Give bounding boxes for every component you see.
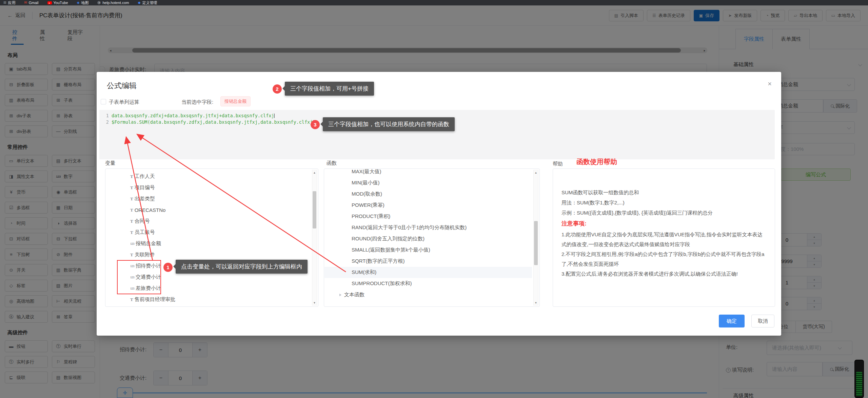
function-group-text[interactable]: 文本函数 <box>324 289 532 300</box>
help-note: 3.配置完公式后,请务必在浏览器开发者模式进行多次调试,以确保公式语法正确! <box>561 269 766 279</box>
gmail-icon: ✉ <box>24 1 27 4</box>
variable-item[interactable]: T售前项目经理审批 <box>105 294 311 305</box>
close-icon[interactable]: × <box>768 80 772 88</box>
scrollbar-thumb[interactable] <box>313 191 316 228</box>
youtube-icon: ▸ <box>47 1 52 4</box>
code-line: 2$Formulas.SUM(data.bxsqsnfy.zdfxj,data.… <box>102 119 775 125</box>
variable-item[interactable]: 123招待费小计 <box>105 260 311 272</box>
bookmark-definition-mgmt[interactable]: ◆定义管理 <box>138 1 157 5</box>
bookmark-help-site[interactable]: ?help.hotent.com <box>97 1 129 5</box>
browser-bookmarks-bar: ⊞应用 ✉Gmail ▸YouTube ◈地图 ?help.hotent.com… <box>0 0 868 5</box>
functions-panel-title: 函数 <box>327 160 337 166</box>
scroll-down-icon[interactable]: ▼ <box>534 300 538 305</box>
function-item-mod[interactable]: MOD(取余数) <box>324 188 532 200</box>
help-line: SUM函数可以获取一组数值的总和 <box>561 187 766 198</box>
variable-item[interactable]: 123差旅费小计 <box>105 283 311 294</box>
functions-scrollbar[interactable]: ▲▼ <box>533 170 538 305</box>
cancel-button[interactable]: 取消 <box>751 315 774 327</box>
formula-editor-dialog: 公式编辑 × 子表单列运算 当前选中字段: 报销总金额 1data.bxsqsn… <box>97 72 781 336</box>
bookmark-youtube[interactable]: ▸YouTube <box>47 1 68 5</box>
subform-column-checkbox-label: 子表单列运算 <box>109 99 139 105</box>
current-field-label: 当前选中字段: <box>181 99 213 105</box>
current-field-tag: 报销总金额 <box>220 96 251 106</box>
help-note: 2.不可字段之间互相引用,例:字段a的公式中包含了字段b,字段b的公式中就不可再… <box>561 249 766 269</box>
scroll-up-icon[interactable]: ▲ <box>534 170 538 175</box>
bookmark-gmail[interactable]: ✉Gmail <box>24 1 38 5</box>
dialog-title: 公式编辑 <box>107 81 137 91</box>
variable-item[interactable]: T关联附件 <box>105 249 311 260</box>
formula-code-editor[interactable]: 1data.bxsqsnfy.zdfxj+data.bxsqsnfy.jtfxj… <box>99 110 775 159</box>
variable-item[interactable]: T项目编号 <box>105 182 311 193</box>
variables-list: T工作人天 T项目编号 T出差类型 TORECASTNo T合同号 T员工账号 … <box>105 168 318 307</box>
variables-scrollbar[interactable]: ▲▼ <box>312 170 317 305</box>
variables-panel-title: 变量 <box>105 160 115 166</box>
variable-item[interactable]: T合同号 <box>105 216 311 227</box>
help-line: 用法：SUM(数字1,数字2,...) <box>561 198 766 208</box>
help-panel-title: 帮助 <box>553 161 563 167</box>
variable-item[interactable]: T出差类型 <box>105 193 311 204</box>
text-cursor <box>274 114 275 118</box>
functions-list: MAX(最大值) MIN(最小值) MOD(取余数) POWER(乘幂) PRO… <box>324 168 540 307</box>
scrollbar-thumb[interactable] <box>534 221 538 265</box>
help-line: 示例：SUM({语文成绩},{数学成绩}, {英语成绩})返回三门课程的总分 <box>561 208 766 218</box>
help-note: 1.此功能使用VUE自定义指令为底层实现,写法遵循VUE指令写法,指令会实时监听… <box>561 230 766 249</box>
apps-grid-icon: ⊞ <box>3 1 6 4</box>
variable-item[interactable]: T工作人天 <box>105 171 311 182</box>
function-item-rand[interactable]: RAND(返回大于等于0且小于1的均匀分布随机实数) <box>324 222 532 233</box>
function-item-small[interactable]: SMALL(返回数据集中第k个最小值) <box>324 244 532 256</box>
help-notes-heading: 注意事项: <box>561 218 766 230</box>
code-line: 1data.bxsqsnfy.zdfxj+data.bxsqsnfy.jtfxj… <box>102 113 775 119</box>
definition-mgmt-icon: ◆ <box>138 1 141 4</box>
bookmark-apps[interactable]: ⊞应用 <box>3 1 15 5</box>
expand-arrow-icon <box>339 294 341 296</box>
function-item-product[interactable]: PRODUCT(乘积) <box>324 211 532 222</box>
bookmark-maps[interactable]: ◈地图 <box>77 1 89 5</box>
function-item-round[interactable]: ROUND(四舍五入到指定的位数) <box>324 233 532 244</box>
help-panel-heading: 函数使用帮助 <box>576 157 617 166</box>
function-item-power[interactable]: POWER(乘幂) <box>324 200 532 211</box>
scroll-up-icon[interactable]: ▲ <box>312 170 317 175</box>
function-item-sumproduct[interactable]: SUMPRODUCT(加权求和) <box>324 278 532 289</box>
function-item-sum[interactable]: SUM(求和) <box>324 267 532 278</box>
help-site-icon: ? <box>97 1 101 4</box>
function-item-min[interactable]: MIN(最小值) <box>324 177 532 188</box>
function-item-sqrt[interactable]: SQRT(数字的正平方根) <box>324 256 532 267</box>
subform-column-checkbox[interactable] <box>101 99 106 104</box>
variable-item[interactable]: 123交通费小计 <box>105 272 311 283</box>
function-item-max[interactable]: MAX(最大值) <box>324 168 532 177</box>
maps-pin-icon: ◈ <box>77 1 80 4</box>
variable-item[interactable]: TORECASTNo <box>105 204 311 216</box>
scroll-down-icon[interactable]: ▼ <box>312 300 317 305</box>
variable-item[interactable]: 123报销总金额 <box>105 238 311 249</box>
confirm-button[interactable]: 确定 <box>719 315 745 327</box>
variable-item[interactable]: T员工账号 <box>105 227 311 238</box>
help-content: SUM函数可以获取一组数值的总和 用法：SUM(数字1,数字2,...) 示例：… <box>561 187 766 279</box>
